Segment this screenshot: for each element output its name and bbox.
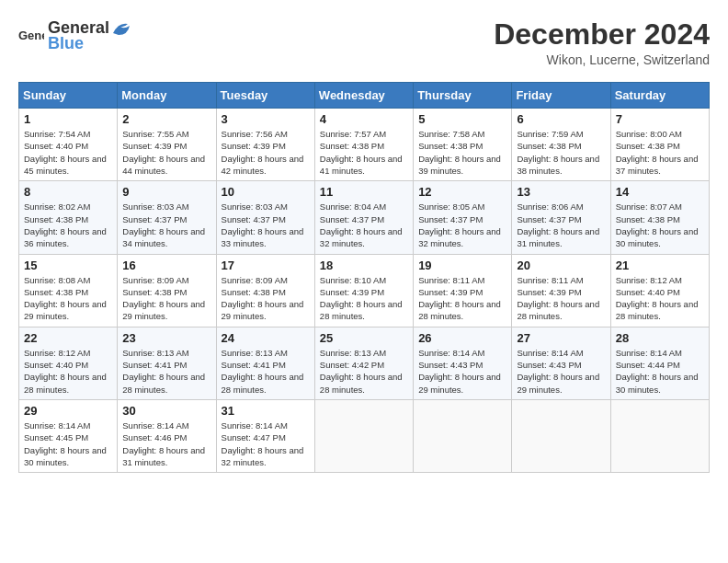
sunset-label: Sunset: 4:43 PM (418, 360, 483, 370)
day-number: 22 (24, 331, 112, 345)
sunset-label: Sunset: 4:39 PM (222, 141, 286, 151)
day-info: Sunrise: 8:14 AM Sunset: 4:46 PM Dayligh… (122, 419, 210, 468)
sunrise-label: Sunrise: 7:57 AM (320, 129, 386, 139)
day-info: Sunrise: 8:14 AM Sunset: 4:47 PM Dayligh… (222, 419, 310, 468)
daylight-label: Daylight: 8 hours and 28 minutes. (320, 372, 403, 394)
calendar-cell: 19 Sunrise: 8:11 AM Sunset: 4:39 PM Dayl… (414, 254, 512, 327)
calendar-cell: 20 Sunrise: 8:11 AM Sunset: 4:39 PM Dayl… (512, 254, 610, 327)
month-title: December 2024 (494, 18, 710, 51)
day-info: Sunrise: 8:06 AM Sunset: 4:37 PM Dayligh… (517, 201, 605, 249)
day-number: 13 (517, 185, 605, 199)
sunrise-label: Sunrise: 8:08 AM (24, 275, 90, 285)
daylight-label: Daylight: 8 hours and 30 minutes. (616, 372, 699, 394)
sunrise-label: Sunrise: 8:04 AM (320, 201, 386, 212)
sunset-label: Sunset: 4:42 PM (320, 360, 384, 370)
day-info: Sunrise: 8:13 AM Sunset: 4:42 PM Dayligh… (320, 347, 408, 396)
calendar-cell (314, 399, 413, 472)
sunrise-label: Sunrise: 8:12 AM (24, 348, 90, 358)
sunrise-label: Sunrise: 8:10 AM (320, 275, 386, 285)
svg-text:General: General (18, 29, 44, 42)
day-info: Sunrise: 8:14 AM Sunset: 4:43 PM Dayligh… (517, 347, 605, 396)
day-number: 27 (517, 331, 605, 345)
sunrise-label: Sunrise: 8:09 AM (222, 275, 288, 285)
day-number: 9 (122, 185, 210, 199)
sunset-label: Sunset: 4:38 PM (418, 141, 483, 151)
daylight-label: Daylight: 8 hours and 30 minutes. (616, 226, 699, 248)
calendar-cell: 2 Sunrise: 7:55 AM Sunset: 4:39 PM Dayli… (118, 109, 216, 181)
calendar-cell: 18 Sunrise: 8:10 AM Sunset: 4:39 PM Dayl… (314, 254, 413, 327)
daylight-label: Daylight: 8 hours and 32 minutes. (418, 226, 501, 248)
calendar-cell: 15 Sunrise: 8:08 AM Sunset: 4:38 PM Dayl… (19, 254, 118, 327)
day-number: 25 (320, 331, 408, 345)
sunset-label: Sunset: 4:38 PM (222, 287, 286, 297)
day-number: 16 (122, 259, 210, 272)
sunrise-label: Sunrise: 8:14 AM (24, 420, 90, 431)
sunrise-label: Sunrise: 8:06 AM (517, 201, 583, 212)
calendar-cell: 9 Sunrise: 8:03 AM Sunset: 4:37 PM Dayli… (118, 181, 216, 254)
sunrise-label: Sunrise: 8:02 AM (24, 201, 90, 212)
day-number: 4 (320, 112, 408, 126)
sunset-label: Sunset: 4:40 PM (24, 141, 88, 151)
day-info: Sunrise: 8:08 AM Sunset: 4:38 PM Dayligh… (24, 274, 112, 323)
daylight-label: Daylight: 8 hours and 28 minutes. (517, 299, 599, 321)
sunrise-label: Sunrise: 8:14 AM (418, 348, 484, 358)
day-info: Sunrise: 8:10 AM Sunset: 4:39 PM Dayligh… (320, 274, 408, 323)
daylight-label: Daylight: 8 hours and 28 minutes. (122, 372, 205, 394)
day-number: 10 (222, 185, 310, 199)
day-info: Sunrise: 8:03 AM Sunset: 4:37 PM Dayligh… (222, 201, 310, 249)
day-number: 12 (418, 185, 506, 199)
daylight-label: Daylight: 8 hours and 42 minutes. (222, 154, 304, 176)
calendar-cell: 5 Sunrise: 7:58 AM Sunset: 4:38 PM Dayli… (414, 109, 512, 181)
calendar-week-row: 22 Sunrise: 8:12 AM Sunset: 4:40 PM Dayl… (19, 327, 710, 399)
day-number: 8 (24, 185, 112, 199)
day-number: 23 (122, 331, 210, 345)
sunrise-label: Sunrise: 8:14 AM (517, 348, 583, 358)
day-info: Sunrise: 7:59 AM Sunset: 4:38 PM Dayligh… (517, 128, 605, 177)
sunset-label: Sunset: 4:37 PM (222, 214, 286, 224)
logo: General General Blue (18, 18, 131, 53)
day-info: Sunrise: 7:54 AM Sunset: 4:40 PM Dayligh… (24, 128, 112, 177)
title-section: December 2024 Wikon, Lucerne, Switzerlan… (494, 18, 710, 67)
day-info: Sunrise: 8:12 AM Sunset: 4:40 PM Dayligh… (24, 347, 112, 396)
sunset-label: Sunset: 4:41 PM (122, 360, 187, 370)
day-number: 31 (222, 404, 310, 418)
day-info: Sunrise: 8:14 AM Sunset: 4:45 PM Dayligh… (24, 419, 112, 468)
daylight-label: Daylight: 8 hours and 28 minutes. (418, 299, 501, 321)
daylight-label: Daylight: 8 hours and 44 minutes. (122, 154, 205, 176)
day-info: Sunrise: 7:56 AM Sunset: 4:39 PM Dayligh… (222, 128, 310, 177)
day-number: 1 (24, 112, 112, 126)
calendar-cell (414, 399, 512, 472)
day-number: 28 (616, 331, 704, 345)
daylight-label: Daylight: 8 hours and 31 minutes. (122, 445, 205, 467)
logo-icon: General (18, 26, 44, 46)
weekday-header-friday: Friday (512, 83, 610, 109)
daylight-label: Daylight: 8 hours and 29 minutes. (517, 372, 599, 394)
sunset-label: Sunset: 4:38 PM (24, 287, 88, 297)
day-number: 21 (616, 259, 704, 272)
day-info: Sunrise: 8:05 AM Sunset: 4:37 PM Dayligh… (418, 201, 506, 249)
day-number: 18 (320, 259, 408, 272)
calendar-cell: 12 Sunrise: 8:05 AM Sunset: 4:37 PM Dayl… (414, 181, 512, 254)
day-info: Sunrise: 8:13 AM Sunset: 4:41 PM Dayligh… (222, 347, 310, 396)
weekday-header-row: SundayMondayTuesdayWednesdayThursdayFrid… (19, 83, 710, 109)
sunrise-label: Sunrise: 8:03 AM (122, 201, 188, 212)
sunrise-label: Sunrise: 8:00 AM (616, 129, 682, 139)
calendar-cell: 11 Sunrise: 8:04 AM Sunset: 4:37 PM Dayl… (314, 181, 413, 254)
calendar-cell: 27 Sunrise: 8:14 AM Sunset: 4:43 PM Dayl… (512, 327, 610, 399)
day-info: Sunrise: 8:11 AM Sunset: 4:39 PM Dayligh… (517, 274, 605, 323)
weekday-header-thursday: Thursday (414, 83, 512, 109)
calendar-table: SundayMondayTuesdayWednesdayThursdayFrid… (18, 82, 710, 473)
day-number: 24 (222, 331, 310, 345)
logo-bird-icon (111, 20, 131, 37)
sunset-label: Sunset: 4:39 PM (418, 287, 483, 297)
day-number: 6 (517, 112, 605, 126)
calendar-cell: 10 Sunrise: 8:03 AM Sunset: 4:37 PM Dayl… (216, 181, 314, 254)
daylight-label: Daylight: 8 hours and 45 minutes. (24, 154, 107, 176)
day-number: 11 (320, 185, 408, 199)
sunset-label: Sunset: 4:38 PM (616, 141, 680, 151)
sunset-label: Sunset: 4:38 PM (517, 141, 581, 151)
sunset-label: Sunset: 4:45 PM (24, 432, 88, 442)
daylight-label: Daylight: 8 hours and 30 minutes. (24, 445, 107, 467)
daylight-label: Daylight: 8 hours and 32 minutes. (222, 445, 304, 467)
sunset-label: Sunset: 4:37 PM (320, 214, 384, 224)
